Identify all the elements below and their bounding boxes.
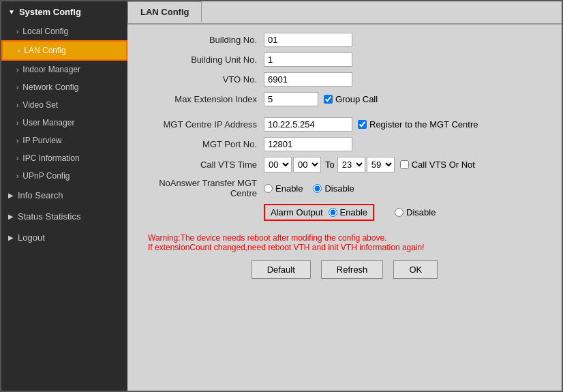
- alarm-disable-radio[interactable]: [395, 208, 404, 217]
- warning-line1: Warning:The device needs reboot after mo…: [148, 233, 548, 243]
- mgt-port-label: MGT Port No.: [141, 139, 264, 149]
- call-vts-time-row: Call VTS Time 00010203 04050607 08091011…: [141, 157, 548, 172]
- building-no-input[interactable]: [264, 33, 352, 47]
- noanswer-radio-group: Enable Disable: [264, 183, 354, 194]
- noanswer-enable-radio[interactable]: [264, 184, 273, 193]
- default-button[interactable]: Default: [252, 260, 311, 279]
- alarm-output-label: Alarm Output: [271, 207, 323, 217]
- local-config-label: Local Config: [22, 27, 68, 36]
- call-vts-or-not-checkbox[interactable]: [400, 160, 409, 169]
- tab-lan-config[interactable]: LAN Config: [127, 1, 202, 23]
- indoor-manager-label: Indoor Manager: [22, 65, 80, 74]
- system-config-label: System Config: [19, 7, 81, 17]
- vts-to-label: To: [325, 160, 335, 170]
- building-unit-no-input[interactable]: [264, 52, 352, 67]
- warning-text: Warning:The device needs reboot after mo…: [148, 233, 548, 252]
- building-no-row: Building No.: [141, 33, 548, 47]
- user-manager-label: User Manager: [22, 118, 74, 127]
- arrow-right-icon: ›: [16, 119, 18, 127]
- sidebar-item-ip-purview[interactable]: › IP Purview: [1, 132, 127, 149]
- register-mgt-checkbox[interactable]: [358, 120, 367, 129]
- arrow-right-icon: ›: [18, 47, 20, 55]
- network-config-label: Network Config: [22, 82, 78, 92]
- arrow-right-icon: ›: [16, 155, 18, 162]
- sidebar-item-local-config[interactable]: › Local Config: [1, 22, 127, 40]
- main-content: LAN Config Building No. Building Unit No…: [127, 1, 562, 391]
- upnp-config-label: UPnP Config: [22, 171, 70, 181]
- arrow-right-icon: ›: [16, 28, 18, 35]
- arrow-right-icon: ›: [16, 102, 18, 109]
- mgt-port-row: MGT Port No.: [141, 137, 548, 151]
- arrow-right-icon: ▶: [8, 192, 14, 199]
- building-unit-no-row: Building Unit No.: [141, 52, 548, 67]
- ok-button[interactable]: OK: [393, 260, 438, 279]
- sidebar: ▼ System Config › Local Config › LAN Con…: [1, 1, 127, 391]
- noanswer-enable-label[interactable]: Enable: [264, 183, 303, 194]
- tab-bar: LAN Config: [127, 1, 562, 25]
- mgt-centre-ip-input[interactable]: [264, 117, 352, 132]
- sidebar-item-network-config[interactable]: › Network Config: [1, 78, 127, 96]
- alarm-disable-label[interactable]: Disable: [395, 207, 436, 217]
- arrow-down-icon: ▼: [8, 8, 15, 16]
- info-search-label: Info Search: [18, 190, 63, 200]
- vts-to-hour-select[interactable]: 00010203 04050607 08091011 12131415 1617…: [337, 157, 365, 172]
- vts-to-min-select[interactable]: 00051015 20253035 4045505559: [367, 157, 395, 172]
- alarm-output-highlight-box: Alarm Output Enable: [264, 204, 374, 221]
- alarm-enable-label[interactable]: Enable: [329, 207, 367, 217]
- refresh-button[interactable]: Refresh: [321, 260, 384, 279]
- warning-line2: If extensionCount changed,need reboot VT…: [148, 243, 548, 252]
- arrow-right-icon: ›: [16, 137, 18, 145]
- button-row: Default Refresh OK: [141, 260, 548, 279]
- mgt-centre-ip-row: MGT Centre IP Address Register to the MG…: [141, 117, 548, 132]
- register-mgt-label[interactable]: Register to the MGT Centre: [358, 119, 478, 130]
- noanswer-disable-radio[interactable]: [313, 184, 322, 193]
- mgt-centre-ip-label: MGT Centre IP Address: [141, 119, 264, 130]
- sidebar-item-upnp-config[interactable]: › UPnP Config: [1, 167, 127, 185]
- vts-from-hour-select[interactable]: 00010203 04050607 08091011 12131415 1617…: [264, 157, 292, 172]
- group-call-label[interactable]: Group Call: [324, 94, 378, 104]
- sidebar-item-ipc-information[interactable]: › IPC Information: [1, 149, 127, 167]
- lan-config-label: LAN Config: [24, 46, 65, 55]
- arrow-right-icon: ›: [16, 84, 18, 91]
- ip-purview-label: IP Purview: [22, 136, 61, 145]
- app-container: ▼ System Config › Local Config › LAN Con…: [0, 0, 563, 392]
- noanswer-label: NoAnswer Transfer MGT Centre: [141, 178, 264, 198]
- alarm-enable-radio[interactable]: [329, 208, 337, 217]
- arrow-right-icon: ▶: [8, 213, 14, 220]
- alarm-output-row: Alarm Output Enable Disable: [141, 204, 548, 221]
- content-area: Building No. Building Unit No. VTO No. M…: [127, 25, 562, 391]
- logout-label: Logout: [18, 232, 45, 243]
- arrow-right-icon: ›: [16, 66, 18, 74]
- noanswer-disable-label[interactable]: Disable: [313, 183, 354, 194]
- tab-lan-config-label: LAN Config: [140, 7, 189, 17]
- vts-time-controls: 00010203 04050607 08091011 12131415 1617…: [264, 157, 475, 172]
- sidebar-item-video-set[interactable]: › Video Set: [1, 96, 127, 114]
- noanswer-transfer-row: NoAnswer Transfer MGT Centre Enable Disa…: [141, 178, 548, 198]
- arrow-right-icon: ›: [16, 172, 18, 180]
- sidebar-item-user-manager[interactable]: › User Manager: [1, 114, 127, 132]
- video-set-label: Video Set: [22, 100, 58, 110]
- sidebar-item-indoor-manager[interactable]: › Indoor Manager: [1, 61, 127, 78]
- max-extension-row: Max Extension Index Group Call: [141, 92, 548, 106]
- sidebar-section-logout[interactable]: ▶ Logout: [1, 227, 127, 248]
- max-extension-label: Max Extension Index: [141, 94, 264, 104]
- building-no-label: Building No.: [141, 35, 264, 45]
- sidebar-section-status-statistics[interactable]: ▶ Status Statistics: [1, 206, 127, 227]
- sidebar-section-system-config[interactable]: ▼ System Config: [1, 1, 127, 22]
- sidebar-item-lan-config[interactable]: › LAN Config: [1, 40, 127, 61]
- status-statistics-label: Status Statistics: [18, 211, 80, 222]
- max-extension-input[interactable]: [264, 92, 318, 106]
- ipc-information-label: IPC Information: [22, 153, 79, 163]
- call-vts-label: Call VTS Time: [141, 160, 264, 170]
- vto-no-row: VTO No.: [141, 72, 548, 87]
- vts-from-min-select[interactable]: 00051015 20253035 4045505559: [293, 157, 321, 172]
- vto-no-input[interactable]: [264, 72, 352, 87]
- building-unit-no-label: Building Unit No.: [141, 55, 264, 65]
- group-call-checkbox[interactable]: [324, 95, 333, 104]
- mgt-port-input[interactable]: [264, 137, 352, 151]
- call-vts-or-not-label[interactable]: Call VTS Or Not: [400, 160, 475, 170]
- arrow-right-icon: ▶: [8, 234, 14, 241]
- sidebar-section-info-search[interactable]: ▶ Info Search: [1, 185, 127, 206]
- vto-no-label: VTO No.: [141, 74, 264, 85]
